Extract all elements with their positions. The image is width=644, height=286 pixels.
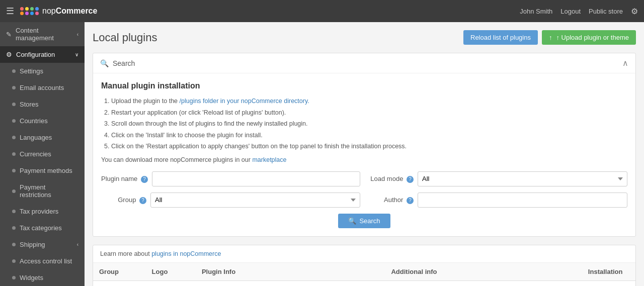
- collapse-icon[interactable]: ∧: [622, 58, 628, 68]
- sidebar-item-label: Payment methods: [20, 167, 72, 174]
- page-actions: Reload list of plugins ↑ ↑ Upload plugin…: [463, 30, 636, 45]
- group-select[interactable]: All: [150, 193, 360, 208]
- sidebar-item-payment-restrictions[interactable]: Payment restrictions: [0, 179, 85, 203]
- sidebar-item-countries[interactable]: Countries: [0, 113, 85, 129]
- sidebar-item-stores[interactable]: Stores: [0, 96, 85, 113]
- col-additional-info: Additional info: [385, 263, 582, 281]
- table-row: Nop-Station ✓ Nop-Station Address Valida…: [93, 280, 635, 286]
- sidebar-item-label: Stores: [20, 101, 39, 108]
- chevron-right-icon: ‹: [77, 32, 78, 37]
- plugin-installation-cell: Install Delete: [582, 280, 635, 286]
- load-mode-help-icon[interactable]: ?: [407, 176, 414, 183]
- step-5: Click on the 'Restart application to app…: [111, 141, 627, 152]
- sidebar-item-payment-methods[interactable]: Payment methods: [0, 162, 85, 179]
- sidebar-item-tax-providers[interactable]: Tax providers: [0, 203, 85, 220]
- logo-dot-7: [30, 12, 34, 15]
- public-store-link[interactable]: Public store: [589, 8, 623, 15]
- logo-dot-1: [20, 7, 24, 11]
- sidebar-item-shipping[interactable]: Shipping ‹: [0, 236, 85, 253]
- upload-plugin-button[interactable]: ↑ ↑ Upload plugin or theme: [542, 30, 636, 45]
- search-card-header[interactable]: 🔍 Search ∧: [93, 53, 635, 73]
- sidebar-item-tax-categories[interactable]: Tax categories: [0, 220, 85, 236]
- logo-dot-4: [35, 7, 39, 11]
- search-icon: 🔍: [100, 59, 109, 67]
- manual-install-steps: Upload the plugin to the /plugins folder…: [101, 96, 627, 152]
- sidebar-item-label: Tax providers: [20, 208, 58, 215]
- sidebar-item-label: Email accounts: [20, 84, 64, 91]
- sidebar-item-access-control[interactable]: Access control list: [0, 253, 85, 269]
- col-logo: Logo: [146, 263, 196, 281]
- author-label: Author ?: [368, 196, 414, 204]
- load-mode-select[interactable]: All Installed only Not installed only: [418, 171, 627, 186]
- logo-dot-8: [35, 12, 39, 15]
- dot-icon: [12, 243, 16, 246]
- plugin-additional-info-cell: Version: 4.50.1.0 Author: Jaber Kibria S…: [385, 280, 582, 286]
- author-input[interactable]: [418, 193, 627, 208]
- author-help-icon[interactable]: ?: [407, 197, 414, 204]
- sidebar-item-content-management[interactable]: ✎ Content management ‹: [0, 22, 85, 46]
- search-btn-label: Search: [359, 217, 380, 225]
- sidebar-item-label: Countries: [20, 117, 48, 125]
- plugin-info-cell: Nop-Station Address Validator (Byteplant…: [196, 280, 385, 286]
- current-user: John Smith: [520, 8, 552, 15]
- step-3: Scroll down through the list of plugins …: [111, 118, 627, 130]
- dot-icon: [12, 136, 16, 139]
- main-layout: ✎ Content management ‹ ⚙ Configuration ∨…: [0, 22, 644, 286]
- learn-more-link[interactable]: plugins in nopCommerce: [151, 250, 221, 257]
- logo-dot-2: [25, 7, 29, 11]
- marketplace-link[interactable]: marketplace: [252, 156, 286, 163]
- brand-logo: nopCommerce: [20, 7, 520, 16]
- content-management-icon: ✎: [6, 31, 12, 38]
- group-help-icon[interactable]: ?: [139, 197, 146, 204]
- search-button[interactable]: 🔍 Search: [338, 214, 390, 228]
- step-4: Click on the 'Install' link to choose th…: [111, 130, 627, 141]
- plugin-name-input[interactable]: [152, 171, 360, 186]
- author-group: Author ?: [368, 193, 627, 208]
- learn-more-section: Learn more about plugins in nopCommerce: [93, 245, 635, 263]
- dot-icon: [12, 276, 16, 279]
- dot-icon: [12, 69, 16, 73]
- reload-plugins-button[interactable]: Reload list of plugins: [463, 30, 538, 45]
- step-1: Upload the plugin to the /plugins folder…: [111, 96, 627, 107]
- plugin-name-help-icon[interactable]: ?: [141, 176, 148, 183]
- search-form: Plugin name ? Load mode ? All: [101, 171, 627, 228]
- logo-dot-5: [20, 12, 24, 15]
- dot-icon: [12, 226, 16, 230]
- sidebar-item-email-accounts[interactable]: Email accounts: [0, 79, 85, 96]
- sidebar-item-label: Shipping: [20, 241, 45, 248]
- plugins-table-card: Learn more about plugins in nopCommerce …: [93, 245, 636, 287]
- col-installation: Installation: [582, 263, 635, 281]
- hamburger-menu-icon[interactable]: ☰: [6, 6, 14, 17]
- sidebar-item-label: Content management: [16, 27, 73, 42]
- settings-icon[interactable]: ⚙: [631, 7, 638, 16]
- dot-icon: [12, 152, 16, 156]
- sidebar-item-label: Payment restrictions: [20, 183, 78, 199]
- col-group: Group: [93, 263, 146, 281]
- dot-icon: [12, 169, 16, 172]
- manual-install-title: Manual plugin installation: [101, 81, 627, 90]
- brand-text: nopCommerce: [42, 7, 97, 16]
- logo-dot-6: [25, 12, 29, 15]
- sidebar-item-settings[interactable]: Settings: [0, 63, 85, 79]
- page-title: Local plugins: [93, 31, 157, 44]
- sidebar: ✎ Content management ‹ ⚙ Configuration ∨…: [0, 22, 85, 286]
- load-mode-group: Load mode ? All Installed only Not insta…: [368, 171, 627, 186]
- top-navigation: ☰ nopCommerce John Smith Logout Public s…: [0, 0, 644, 22]
- dot-icon: [12, 103, 16, 106]
- sidebar-item-currencies[interactable]: Currencies: [0, 146, 85, 162]
- plugin-group-cell: Nop-Station: [93, 280, 146, 286]
- sidebar-item-widgets[interactable]: Widgets: [0, 269, 85, 286]
- sidebar-item-label: Settings: [20, 67, 43, 75]
- card-header-title: Search: [113, 59, 618, 67]
- step-1-part1: Upload the plugin to the: [111, 98, 180, 105]
- dot-icon: [12, 189, 16, 193]
- group-group: Group ? All: [101, 193, 360, 208]
- search-card-body: Manual plugin installation Upload the pl…: [93, 73, 635, 236]
- chevron-down-icon: ∨: [75, 52, 78, 57]
- upload-button-label: ↑ Upload plugin or theme: [556, 34, 629, 41]
- search-btn-icon: 🔍: [348, 217, 356, 225]
- sidebar-item-configuration[interactable]: ⚙ Configuration ∨: [0, 46, 85, 63]
- logout-link[interactable]: Logout: [560, 8, 581, 15]
- col-plugin-info: Plugin Info: [196, 263, 385, 281]
- sidebar-item-languages[interactable]: Languages: [0, 129, 85, 146]
